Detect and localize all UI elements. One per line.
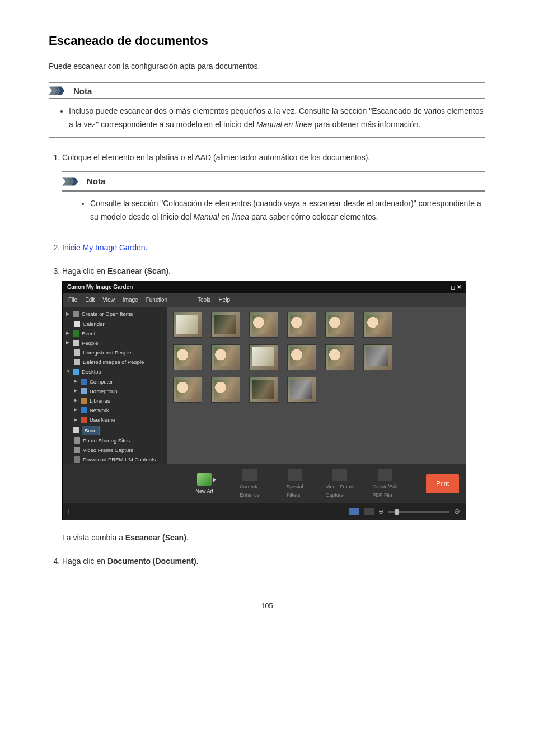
- note2-post: para saber cómo colocar elementos.: [249, 212, 378, 221]
- menu-edit[interactable]: Edit: [85, 296, 95, 305]
- step-2: Inicie My Image Garden.: [62, 241, 485, 254]
- step4-pre: Haga clic en: [62, 557, 107, 566]
- window-controls[interactable]: _ ◻ ✕: [446, 283, 461, 292]
- sidebar-item-unregistered[interactable]: Unregistered People: [63, 348, 167, 357]
- thumbnail[interactable]: [326, 345, 354, 370]
- thumbnail[interactable]: [174, 345, 202, 370]
- thumbnail-grid: [167, 307, 466, 464]
- toolbar-special[interactable]: Special Filters: [278, 469, 311, 499]
- thumbnail[interactable]: [288, 345, 316, 370]
- step4-strong: Documento (Document): [107, 557, 196, 566]
- note1-item: Incluso puede escanear dos o más element…: [69, 105, 485, 132]
- step3-pre: Haga clic en: [62, 267, 107, 276]
- thumbnail[interactable]: [288, 312, 316, 337]
- note2-em: Manual en línea: [193, 212, 249, 221]
- sidebar-item-libraries[interactable]: ▶Libraries: [63, 396, 167, 405]
- thumbnail[interactable]: [212, 377, 240, 402]
- thumbnail[interactable]: [174, 312, 202, 337]
- chevrons-icon: [49, 86, 69, 96]
- sidebar-item-username[interactable]: ▶UserName: [63, 415, 167, 424]
- menu-function[interactable]: Function: [146, 296, 167, 305]
- step3-post: .: [168, 267, 171, 276]
- thumbnail[interactable]: [250, 345, 278, 370]
- menubar: File Edit View Image Function Tools Help: [63, 293, 466, 307]
- thumbnail[interactable]: [212, 312, 240, 337]
- sidebar-item-vfc[interactable]: Video Frame Capture: [63, 445, 167, 455]
- step3-strong: Escanear (Scan): [107, 267, 168, 276]
- app-title: Canon My Image Garden: [67, 283, 133, 292]
- sidebar-item-deleted[interactable]: Deleted Images of People: [63, 357, 167, 367]
- status-info[interactable]: i: [68, 507, 69, 517]
- view-toggle-grid[interactable]: [349, 508, 359, 515]
- step2-link[interactable]: Inicie My Image Garden.: [62, 243, 148, 252]
- after-image-text: La vista cambia a Escanear (Scan).: [62, 531, 485, 544]
- note1-em: Manual en línea: [256, 120, 312, 129]
- filters-icon: [288, 469, 302, 481]
- thumbnail[interactable]: [250, 312, 278, 337]
- thumbnail[interactable]: [288, 377, 316, 402]
- app-window: Canon My Image Garden _ ◻ ✕ File Edit Vi…: [62, 281, 466, 520]
- toolbar-video[interactable]: Video Frame Capture: [324, 469, 357, 499]
- thumbnail[interactable]: [174, 377, 202, 402]
- menu-image[interactable]: Image: [123, 296, 138, 305]
- zoom-out-icon[interactable]: ⊖: [378, 507, 383, 517]
- sidebar-item-event[interactable]: ▶Event: [63, 329, 167, 338]
- toolbar-pdf[interactable]: Create/Edit PDF File: [369, 469, 402, 499]
- print-button[interactable]: Print: [426, 474, 459, 493]
- sidebar-item-desktop[interactable]: ▼Desktop: [63, 367, 167, 376]
- thumbnail[interactable]: [364, 312, 392, 337]
- step4-post: .: [196, 557, 199, 566]
- step-3: Haga clic en Escanear (Scan). Canon My I…: [62, 265, 485, 544]
- thumbnail[interactable]: [250, 377, 278, 402]
- sidebar-item-computer[interactable]: ▶Computer: [63, 377, 167, 386]
- intro-text: Puede escanear con la configuración apta…: [49, 60, 485, 72]
- zoom-in-icon[interactable]: ⊕: [454, 506, 460, 517]
- sidebar-item-homegroup[interactable]: ▶Homegroup: [63, 386, 167, 396]
- sidebar-item-calendar[interactable]: Calendar: [63, 319, 167, 329]
- thumbnail[interactable]: [212, 345, 240, 370]
- view-toggle-list[interactable]: [364, 508, 374, 515]
- video-icon: [332, 469, 347, 481]
- menu-tools[interactable]: Tools: [198, 296, 210, 305]
- step1-text: Coloque el elemento en la platina o el A…: [62, 153, 370, 162]
- chevrons-icon: [62, 176, 82, 186]
- sidebar-item-pss[interactable]: Photo Sharing Sites: [63, 436, 167, 445]
- step-1: Coloque el elemento en la platina o el A…: [62, 151, 485, 230]
- pdf-icon: [378, 469, 392, 481]
- steps-list: Coloque el elemento en la platina o el A…: [49, 151, 485, 568]
- sidebar-item-dpc[interactable]: Download PREMIUM Contents: [63, 455, 167, 464]
- sidebar-item-network[interactable]: ▶Network: [63, 405, 167, 415]
- page-title: Escaneado de documentos: [49, 34, 485, 48]
- menu-file[interactable]: File: [68, 296, 77, 305]
- note-block-2: Nota Consulte la sección "Colocación de …: [62, 171, 485, 230]
- toolbar-new-art[interactable]: New Art: [188, 473, 221, 495]
- correct-icon: [242, 469, 257, 481]
- thumbnail[interactable]: [326, 312, 354, 337]
- note-block-1: Nota Incluso puede escanear dos o más el…: [49, 82, 485, 138]
- toolbar: New Art Correct/ Enhance Special Filters…: [63, 464, 466, 503]
- titlebar: Canon My Image Garden _ ◻ ✕: [63, 281, 466, 293]
- note-label: Nota: [87, 175, 485, 188]
- note2-item: Consulte la sección "Colocación de eleme…: [90, 197, 485, 224]
- zoom-slider[interactable]: [388, 511, 449, 513]
- sidebar: ▶Create or Open Items Calendar ▶Event ▶P…: [63, 307, 167, 464]
- sidebar-item-scan[interactable]: Scan: [63, 425, 167, 436]
- thumbnail[interactable]: [364, 345, 392, 370]
- menu-help[interactable]: Help: [218, 296, 230, 305]
- sidebar-item-create[interactable]: ▶Create or Open Items: [63, 309, 167, 319]
- note-label: Nota: [73, 86, 485, 96]
- page-number: 105: [49, 601, 485, 610]
- step-4: Haga clic en Documento (Document).: [62, 555, 485, 567]
- new-art-icon: [197, 473, 212, 486]
- statusbar: i ⊖ ⊕: [63, 503, 466, 520]
- menu-view[interactable]: View: [102, 296, 115, 305]
- sidebar-item-people[interactable]: ▶People: [63, 338, 167, 348]
- note1-post: para obtener más información.: [312, 120, 421, 129]
- toolbar-correct[interactable]: Correct/ Enhance: [233, 469, 266, 499]
